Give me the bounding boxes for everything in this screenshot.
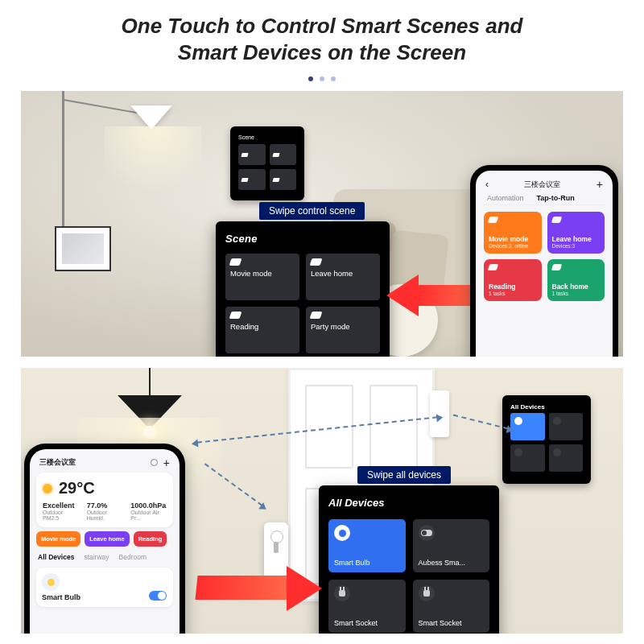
mini-tile[interactable]	[549, 413, 584, 440]
back-icon[interactable]: ‹	[485, 179, 489, 190]
phone-tabs: Automation Tap-to-Run	[482, 192, 606, 205]
tag-icon	[488, 217, 499, 223]
phone-scenes: ‹ 三楼会议室 + Automation Tap-to-Run Movie mo…	[470, 165, 618, 357]
scene-tile-leave[interactable]: Leave home	[306, 254, 380, 300]
scene-tile-reading[interactable]: Reading	[225, 307, 299, 353]
cat-all[interactable]: All Devices	[38, 553, 74, 561]
title-line-2: Smart Devices on the Screen	[178, 40, 466, 64]
mini-tile[interactable]	[549, 444, 584, 472]
phone-room-name: 三楼会议室	[39, 457, 76, 468]
tag-icon	[229, 312, 242, 319]
plus-icon[interactable]: +	[597, 180, 603, 188]
device-categories: All Devices stairway Bedroom	[36, 551, 173, 564]
scene-card-leave[interactable]: Leave homeDevices:3	[547, 212, 605, 254]
device-tile-socket1[interactable]: Smart Socket	[328, 580, 406, 633]
arrow-icon	[386, 275, 419, 316]
dot	[320, 76, 324, 81]
pendant-lamp-icon	[118, 368, 182, 439]
scene-panel[interactable]: Scene Movie mode Leave home Reading Part…	[216, 221, 390, 357]
scene-card-back[interactable]: Back home1 tasks	[547, 259, 605, 301]
weather-card: 29°C ExcellentOutdoor PM2.5 77.0%Outdoor…	[36, 473, 173, 527]
bulb-icon	[334, 525, 350, 541]
sun-icon	[43, 484, 52, 493]
scene-chips: Movie mode Leave home Reading	[36, 531, 173, 547]
device-tile-socket2[interactable]: Smart Socket	[413, 580, 490, 633]
scene-tile-movie[interactable]: Movie mode	[225, 254, 299, 300]
wall-panel-devices-small[interactable]: All Devices	[502, 395, 591, 484]
bulb-icon	[42, 573, 60, 591]
page-title: One Touch to Control Smart Scenes and Sm…	[24, 13, 620, 65]
plus-icon[interactable]: +	[163, 459, 170, 467]
header: One Touch to Control Smart Scenes and Sm…	[0, 0, 644, 91]
mini-tile[interactable]	[510, 444, 545, 472]
pagination-dots	[24, 70, 620, 85]
tab-automation[interactable]: Automation	[487, 194, 524, 202]
tag-icon	[310, 258, 323, 266]
arrow-body	[195, 576, 292, 600]
title-line-1: One Touch to Control Smart Scenes and	[122, 14, 523, 38]
dot	[331, 76, 336, 81]
tag-icon	[229, 258, 242, 266]
scene-tile-party[interactable]: Party mode	[306, 307, 380, 353]
scene-card-reading[interactable]: Reading1 tasks	[484, 259, 542, 301]
scene-card-movie[interactable]: Movie modeDevices:2, offline	[484, 212, 542, 254]
device-tile-bulb[interactable]: Smart Bulb	[328, 519, 406, 572]
arrow-body	[417, 285, 479, 306]
scene-section: Scene Swipe control scene Scene Movie mo…	[21, 91, 623, 357]
devices-section: All Devices Swipe all devices All Device…	[21, 368, 623, 634]
wall-panel-small[interactable]: Scene	[230, 126, 304, 200]
device-tile-switch[interactable]: Aubess Sma...	[413, 519, 490, 572]
tag-icon	[551, 217, 562, 223]
chip-leave[interactable]: Leave home	[85, 531, 129, 547]
device-card-bulb[interactable]: Smart Bulb	[36, 568, 173, 607]
devices-panel[interactable]: All Devices Smart Bulb Aubess Sma... Sma…	[319, 485, 499, 634]
scene-badge: Swipe control scene	[259, 202, 365, 220]
mini-tile-on[interactable]	[510, 413, 545, 440]
devices-panel-title: All Devices	[328, 497, 489, 510]
dot-active	[308, 76, 313, 81]
arrow-icon	[287, 566, 322, 611]
chip-movie[interactable]: Movie mode	[36, 531, 80, 547]
picture-frame-icon	[55, 226, 111, 271]
devices-badge: Swipe all devices	[357, 466, 451, 484]
mic-icon[interactable]	[151, 459, 158, 466]
tag-icon	[551, 264, 562, 270]
cat-bedroom[interactable]: Bedroom	[119, 553, 147, 561]
scene-panel-title: Scene	[225, 233, 380, 246]
switch-icon	[419, 525, 435, 541]
plug-icon	[334, 585, 350, 601]
wall-panel-small-title: Scene	[238, 134, 296, 140]
cat-stairway[interactable]: stairway	[84, 553, 109, 561]
chip-reading[interactable]: Reading	[134, 531, 167, 547]
temperature-sensor-icon	[264, 522, 288, 580]
phone-room-name: 三楼会议室	[524, 180, 560, 190]
wall-panel-title: All Devices	[510, 403, 583, 411]
dashed-arrow	[453, 415, 508, 430]
tag-icon	[488, 264, 499, 270]
tag-icon	[310, 312, 323, 319]
phone-devices: 三楼会议室 + 29°C ExcellentOutdoor PM2.5 77.0…	[24, 444, 185, 634]
plug-icon	[419, 585, 435, 601]
toggle-switch[interactable]	[149, 591, 167, 601]
temperature: 29°C	[59, 479, 95, 497]
tab-taptorun[interactable]: Tap-to-Run	[537, 194, 575, 202]
